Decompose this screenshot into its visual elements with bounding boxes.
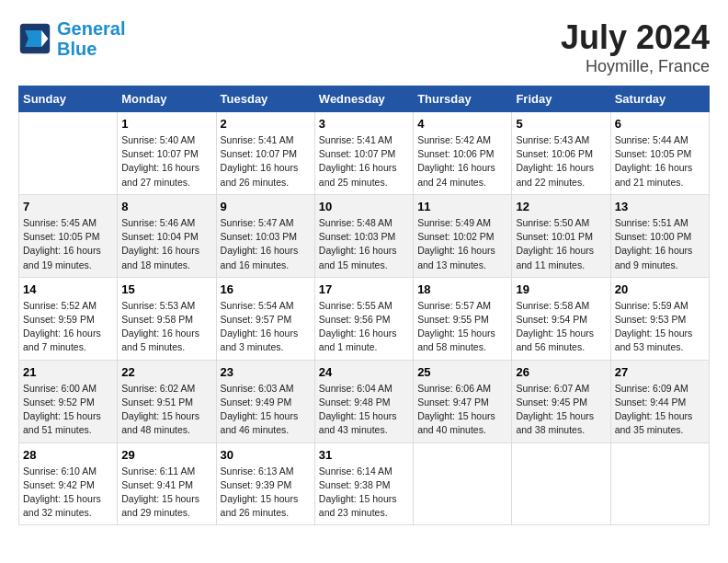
day-info: Sunrise: 6:04 AMSunset: 9:48 PMDaylight:…	[319, 382, 409, 438]
day-info: Sunrise: 5:52 AMSunset: 9:59 PMDaylight:…	[23, 299, 113, 355]
calendar-body: 1Sunrise: 5:40 AMSunset: 10:07 PMDayligh…	[19, 112, 710, 525]
day-info: Sunrise: 5:40 AMSunset: 10:07 PMDaylight…	[121, 133, 211, 190]
day-cell: 25Sunrise: 6:06 AMSunset: 9:47 PMDayligh…	[414, 360, 512, 442]
day-cell	[610, 442, 709, 525]
header-saturday: Saturday	[610, 86, 709, 112]
day-number: 27	[615, 365, 705, 379]
day-info: Sunrise: 5:51 AMSunset: 10:00 PMDaylight…	[615, 216, 705, 272]
week-row-2: 7Sunrise: 5:45 AMSunset: 10:05 PMDayligh…	[19, 194, 710, 277]
day-cell: 21Sunrise: 6:00 AMSunset: 9:52 PMDayligh…	[19, 360, 118, 442]
week-row-5: 28Sunrise: 6:10 AMSunset: 9:42 PMDayligh…	[19, 442, 710, 525]
day-number: 22	[121, 365, 211, 379]
day-number: 23	[221, 365, 311, 379]
day-number: 14	[23, 282, 113, 296]
day-cell: 8Sunrise: 5:46 AMSunset: 10:04 PMDayligh…	[118, 194, 216, 277]
day-number: 12	[516, 200, 606, 213]
day-cell: 14Sunrise: 5:52 AMSunset: 9:59 PMDayligh…	[19, 277, 118, 360]
day-number: 31	[319, 448, 409, 462]
day-info: Sunrise: 6:10 AMSunset: 9:42 PMDaylight:…	[23, 465, 113, 521]
day-cell: 30Sunrise: 6:13 AMSunset: 9:39 PMDayligh…	[216, 442, 314, 525]
day-number: 1	[121, 117, 211, 131]
page-subtitle: Hoymille, France	[561, 57, 710, 76]
day-number: 4	[417, 117, 507, 131]
week-row-4: 21Sunrise: 6:00 AMSunset: 9:52 PMDayligh…	[19, 360, 710, 442]
header-friday: Friday	[512, 86, 610, 112]
day-cell	[19, 112, 118, 195]
day-info: Sunrise: 6:09 AMSunset: 9:44 PMDaylight:…	[615, 382, 705, 438]
day-cell: 22Sunrise: 6:02 AMSunset: 9:51 PMDayligh…	[118, 360, 216, 442]
day-cell	[414, 442, 512, 525]
page-header: General Blue July 2024 Hoymille, France	[18, 18, 710, 76]
day-number: 21	[23, 365, 113, 379]
day-number: 16	[221, 282, 311, 296]
logo-icon	[18, 22, 51, 55]
day-info: Sunrise: 5:45 AMSunset: 10:05 PMDaylight…	[23, 216, 113, 272]
logo-blue: Blue	[57, 39, 97, 59]
day-cell: 16Sunrise: 5:54 AMSunset: 9:57 PMDayligh…	[216, 277, 314, 360]
day-info: Sunrise: 5:53 AMSunset: 9:58 PMDaylight:…	[121, 299, 211, 355]
calendar-table: SundayMondayTuesdayWednesdayThursdayFrid…	[18, 86, 710, 525]
day-cell: 1Sunrise: 5:40 AMSunset: 10:07 PMDayligh…	[118, 112, 216, 195]
day-cell: 13Sunrise: 5:51 AMSunset: 10:00 PMDaylig…	[610, 194, 709, 277]
day-cell: 28Sunrise: 6:10 AMSunset: 9:42 PMDayligh…	[19, 442, 118, 525]
day-info: Sunrise: 6:00 AMSunset: 9:52 PMDaylight:…	[23, 382, 113, 438]
day-number: 11	[417, 200, 507, 213]
day-cell: 12Sunrise: 5:50 AMSunset: 10:01 PMDaylig…	[512, 194, 610, 277]
day-number: 13	[615, 200, 705, 213]
day-info: Sunrise: 5:41 AMSunset: 10:07 PMDaylight…	[319, 133, 409, 190]
logo-text: General Blue	[57, 18, 125, 59]
week-row-3: 14Sunrise: 5:52 AMSunset: 9:59 PMDayligh…	[19, 277, 710, 360]
day-number: 3	[319, 117, 409, 131]
day-cell: 17Sunrise: 5:55 AMSunset: 9:56 PMDayligh…	[314, 277, 413, 360]
day-number: 26	[516, 365, 606, 379]
day-info: Sunrise: 5:49 AMSunset: 10:02 PMDaylight…	[417, 216, 507, 272]
day-info: Sunrise: 6:02 AMSunset: 9:51 PMDaylight:…	[121, 382, 211, 438]
day-info: Sunrise: 5:58 AMSunset: 9:54 PMDaylight:…	[516, 299, 606, 355]
day-number: 19	[516, 282, 606, 296]
header-row: SundayMondayTuesdayWednesdayThursdayFrid…	[19, 86, 710, 112]
day-info: Sunrise: 5:41 AMSunset: 10:07 PMDaylight…	[221, 133, 311, 190]
day-number: 8	[121, 200, 211, 213]
logo: General Blue	[18, 18, 125, 59]
day-info: Sunrise: 5:46 AMSunset: 10:04 PMDaylight…	[121, 216, 211, 272]
day-info: Sunrise: 5:44 AMSunset: 10:05 PMDaylight…	[615, 133, 705, 190]
day-cell: 11Sunrise: 5:49 AMSunset: 10:02 PMDaylig…	[414, 194, 512, 277]
day-number: 28	[23, 448, 113, 462]
day-number: 15	[121, 282, 211, 296]
day-cell: 7Sunrise: 5:45 AMSunset: 10:05 PMDayligh…	[19, 194, 118, 277]
day-info: Sunrise: 6:03 AMSunset: 9:49 PMDaylight:…	[221, 382, 311, 438]
page-title: July 2024	[561, 18, 710, 57]
day-cell: 26Sunrise: 6:07 AMSunset: 9:45 PMDayligh…	[512, 360, 610, 442]
day-info: Sunrise: 5:48 AMSunset: 10:03 PMDaylight…	[319, 216, 409, 272]
day-number: 6	[615, 117, 705, 131]
day-info: Sunrise: 6:14 AMSunset: 9:38 PMDaylight:…	[319, 465, 409, 521]
day-cell: 10Sunrise: 5:48 AMSunset: 10:03 PMDaylig…	[314, 194, 413, 277]
day-number: 9	[221, 200, 311, 213]
day-cell: 18Sunrise: 5:57 AMSunset: 9:55 PMDayligh…	[414, 277, 512, 360]
day-info: Sunrise: 6:13 AMSunset: 9:39 PMDaylight:…	[221, 465, 311, 521]
calendar-header: SundayMondayTuesdayWednesdayThursdayFrid…	[19, 86, 710, 112]
day-info: Sunrise: 5:43 AMSunset: 10:06 PMDaylight…	[516, 133, 606, 190]
day-info: Sunrise: 5:42 AMSunset: 10:06 PMDaylight…	[417, 133, 507, 190]
week-row-1: 1Sunrise: 5:40 AMSunset: 10:07 PMDayligh…	[19, 112, 710, 195]
day-info: Sunrise: 6:06 AMSunset: 9:47 PMDaylight:…	[417, 382, 507, 438]
title-block: July 2024 Hoymille, France	[561, 18, 710, 76]
day-info: Sunrise: 5:55 AMSunset: 9:56 PMDaylight:…	[319, 299, 409, 355]
day-number: 25	[417, 365, 507, 379]
day-cell: 4Sunrise: 5:42 AMSunset: 10:06 PMDayligh…	[414, 112, 512, 195]
day-number: 30	[221, 448, 311, 462]
day-cell: 20Sunrise: 5:59 AMSunset: 9:53 PMDayligh…	[610, 277, 709, 360]
day-cell	[512, 442, 610, 525]
day-number: 20	[615, 282, 705, 296]
day-info: Sunrise: 5:50 AMSunset: 10:01 PMDaylight…	[516, 216, 606, 272]
day-number: 7	[23, 200, 113, 213]
day-cell: 31Sunrise: 6:14 AMSunset: 9:38 PMDayligh…	[314, 442, 413, 525]
day-cell: 29Sunrise: 6:11 AMSunset: 9:41 PMDayligh…	[118, 442, 216, 525]
day-number: 18	[417, 282, 507, 296]
day-cell: 9Sunrise: 5:47 AMSunset: 10:03 PMDayligh…	[216, 194, 314, 277]
day-info: Sunrise: 6:07 AMSunset: 9:45 PMDaylight:…	[516, 382, 606, 438]
day-info: Sunrise: 5:47 AMSunset: 10:03 PMDaylight…	[221, 216, 311, 272]
day-cell: 24Sunrise: 6:04 AMSunset: 9:48 PMDayligh…	[314, 360, 413, 442]
day-cell: 27Sunrise: 6:09 AMSunset: 9:44 PMDayligh…	[610, 360, 709, 442]
day-cell: 19Sunrise: 5:58 AMSunset: 9:54 PMDayligh…	[512, 277, 610, 360]
